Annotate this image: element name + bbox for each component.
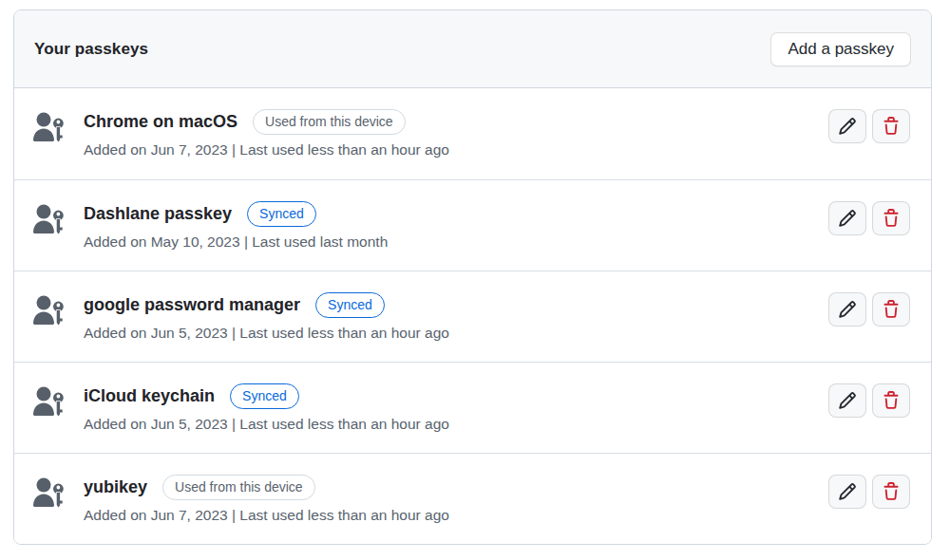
passkey-person-key-icon (32, 111, 65, 145)
passkey-meta: Added on May 10, 2023 | Last used last m… (84, 233, 828, 251)
passkey-name: google password manager (84, 295, 300, 315)
passkey-status-badge: Synced (230, 383, 299, 409)
passkey-person-key-icon (32, 294, 65, 328)
passkey-title-line: yubikey Used from this device (84, 475, 828, 500)
passkey-row-main: Chrome on macOS Used from this device Ad… (84, 109, 828, 159)
passkeys-card-header: Your passkeys Add a passkey (14, 10, 931, 88)
passkey-actions (828, 292, 910, 327)
pencil-icon (838, 482, 857, 501)
passkey-person-key-icon (32, 203, 65, 237)
passkeys-list: Chrome on macOS Used from this device Ad… (14, 88, 931, 544)
pencil-icon (838, 300, 857, 319)
passkey-person-key-icon (32, 385, 65, 420)
trash-icon (882, 482, 901, 501)
edit-passkey-button[interactable] (828, 383, 866, 418)
passkey-row: iCloud keychain Synced Added on Jun 5, 2… (14, 362, 931, 453)
passkey-title-line: Dashlane passkey Synced (84, 201, 828, 227)
passkey-status-badge: Synced (315, 292, 385, 318)
pencil-icon (838, 209, 857, 228)
passkey-actions (828, 201, 910, 235)
pencil-icon (838, 391, 857, 410)
passkey-row-main: yubikey Used from this device Added on J… (84, 475, 828, 524)
passkey-meta: Added on Jun 7, 2023 | Last used less th… (84, 507, 828, 524)
passkey-row-main: google password manager Synced Added on … (84, 292, 828, 342)
trash-icon (882, 209, 901, 228)
passkey-title-line: iCloud keychain Synced (84, 383, 828, 409)
edit-passkey-button[interactable] (828, 109, 866, 143)
trash-icon (882, 391, 901, 410)
delete-passkey-button[interactable] (872, 292, 910, 327)
passkey-name: iCloud keychain (84, 386, 215, 406)
passkey-actions (828, 383, 910, 418)
passkey-name: Chrome on macOS (84, 112, 238, 132)
page-title: Your passkeys (34, 40, 148, 59)
delete-passkey-button[interactable] (872, 109, 910, 143)
passkey-title-line: Chrome on macOS Used from this device (84, 109, 828, 135)
passkeys-card: Your passkeys Add a passkey Chrome on ma… (13, 9, 932, 545)
delete-passkey-button[interactable] (872, 201, 910, 235)
passkey-row-main: iCloud keychain Synced Added on Jun 5, 2… (84, 383, 828, 433)
passkey-name: Dashlane passkey (84, 204, 232, 224)
trash-icon (882, 300, 901, 319)
passkey-status-badge: Used from this device (253, 109, 406, 135)
pencil-icon (838, 117, 857, 136)
delete-passkey-button[interactable] (872, 475, 910, 509)
passkey-meta: Added on Jun 5, 2023 | Last used less th… (84, 325, 828, 342)
passkey-row: Dashlane passkey Synced Added on May 10,… (14, 179, 931, 271)
passkey-row-main: Dashlane passkey Synced Added on May 10,… (84, 201, 828, 251)
passkey-person-key-icon (32, 476, 65, 511)
add-passkey-button[interactable]: Add a passkey (770, 32, 911, 66)
trash-icon (882, 117, 901, 136)
passkey-status-badge: Synced (247, 201, 316, 227)
passkey-meta: Added on Jun 5, 2023 | Last used less th… (84, 416, 828, 433)
passkey-actions (828, 475, 910, 509)
passkey-status-badge: Used from this device (162, 475, 315, 500)
passkey-row: yubikey Used from this device Added on J… (14, 453, 931, 544)
passkey-actions (828, 109, 910, 143)
passkey-row: google password manager Synced Added on … (14, 271, 931, 362)
passkey-title-line: google password manager Synced (84, 292, 828, 318)
passkey-name: yubikey (84, 477, 147, 497)
delete-passkey-button[interactable] (872, 383, 910, 418)
passkey-row: Chrome on macOS Used from this device Ad… (14, 88, 931, 179)
passkey-meta: Added on Jun 7, 2023 | Last used less th… (84, 141, 828, 159)
edit-passkey-button[interactable] (828, 201, 866, 235)
edit-passkey-button[interactable] (828, 292, 866, 327)
edit-passkey-button[interactable] (828, 475, 866, 509)
